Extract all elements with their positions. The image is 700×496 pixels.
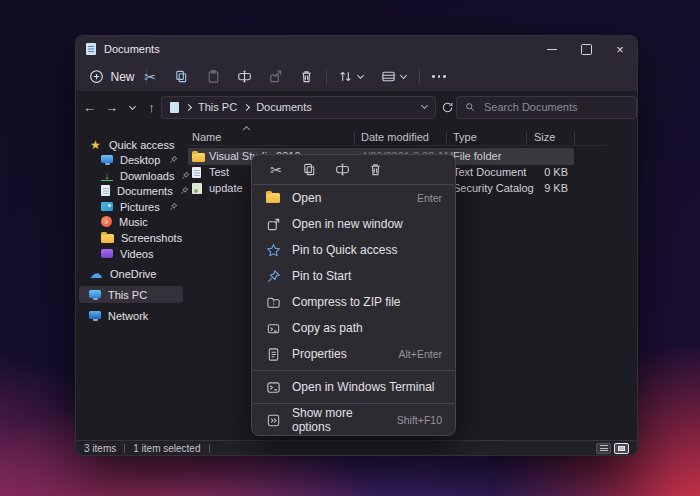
zip-folder-icon <box>266 295 281 310</box>
status-divider <box>209 444 210 453</box>
trash-icon <box>299 69 314 84</box>
maximize-button[interactable] <box>569 36 603 62</box>
sidebar-item-label: Quick access <box>109 139 174 151</box>
menu-shortcut: Alt+Enter <box>399 348 442 360</box>
copy-button[interactable] <box>298 159 320 181</box>
column-divider[interactable] <box>446 132 447 146</box>
status-bar: 3 items 1 item selected <box>76 440 637 455</box>
rename-button[interactable] <box>331 159 353 181</box>
close-button[interactable]: × <box>603 36 637 62</box>
column-header-name[interactable]: Name <box>192 131 221 143</box>
sidebar-item-documents[interactable]: Documents <box>79 182 183 199</box>
menu-item-copy-as-path[interactable]: Copy as path <box>252 315 455 341</box>
menu-item-properties[interactable]: Properties Alt+Enter <box>252 341 455 367</box>
copy-button[interactable] <box>167 65 195 88</box>
share-button[interactable] <box>261 65 289 88</box>
sidebar-item-network[interactable]: Network <box>79 307 183 324</box>
rename-icon <box>335 162 350 177</box>
refresh-button[interactable] <box>438 98 457 117</box>
sidebar-item-onedrive[interactable]: ☁ OneDrive <box>79 265 183 282</box>
breadcrumb-chevron-icon <box>185 103 192 110</box>
sidebar-item-label: Pictures <box>120 201 160 213</box>
navigation-pane: ★ Quick access Desktop ↓ Downloads Docum… <box>76 124 186 440</box>
menu-item-label: Open in Windows Terminal <box>292 380 435 394</box>
menu-item-open-in-windows-terminal[interactable]: Open in Windows Terminal <box>252 374 455 400</box>
cut-button[interactable]: ✂ <box>136 65 164 88</box>
recent-locations-button[interactable] <box>123 98 142 117</box>
address-row: ← → ↑ This PC Documents <box>76 91 637 124</box>
menu-item-compress-to-zip[interactable]: Compress to ZIP file <box>252 289 455 315</box>
sidebar-item-music[interactable]: ♪ Music <box>79 213 183 230</box>
file-size: 0 KB <box>516 166 568 178</box>
sidebar-item-label: This PC <box>108 289 147 301</box>
minimize-icon <box>547 49 557 50</box>
column-divider[interactable] <box>526 132 527 146</box>
file-size: 9 KB <box>516 182 568 194</box>
paste-icon <box>206 69 221 84</box>
paste-button[interactable] <box>199 65 227 88</box>
details-view-button[interactable] <box>596 443 611 454</box>
refresh-icon <box>441 101 454 114</box>
column-divider[interactable] <box>354 132 355 146</box>
sidebar-item-videos[interactable]: Videos <box>79 245 183 262</box>
menu-item-pin-to-quick-access[interactable]: Pin to Quick access <box>252 237 455 263</box>
menu-item-show-more-options[interactable]: Show more options Shift+F10 <box>252 407 455 433</box>
breadcrumb-chevron-icon <box>243 103 250 110</box>
menu-item-open-in-new-window[interactable]: Open in new window <box>252 211 455 237</box>
sidebar-item-label: Screenshots <box>121 232 182 244</box>
folder-icon <box>192 153 205 162</box>
breadcrumb-documents[interactable]: Documents <box>256 101 312 113</box>
column-divider[interactable] <box>574 132 575 146</box>
close-icon: × <box>616 43 624 56</box>
music-icon: ♪ <box>101 216 112 227</box>
sidebar-item-label: Documents <box>117 185 173 197</box>
network-icon <box>89 311 101 319</box>
more-options-button[interactable] <box>426 65 452 88</box>
menu-item-open[interactable]: Open Enter <box>252 185 455 211</box>
selection-count: 1 item selected <box>133 443 200 454</box>
column-header-date-modified[interactable]: Date modified <box>361 131 429 143</box>
sidebar-item-label: Music <box>119 216 148 228</box>
folder-open-icon <box>266 193 280 203</box>
menu-item-label: Open in new window <box>292 217 403 231</box>
sidebar-item-screenshots[interactable]: Screenshots <box>79 229 183 246</box>
menu-item-label: Compress to ZIP file <box>292 295 400 309</box>
minimize-button[interactable] <box>535 36 569 62</box>
delete-button[interactable] <box>292 65 320 88</box>
search-input[interactable] <box>482 100 628 114</box>
address-bar[interactable]: This PC Documents <box>161 96 436 119</box>
file-name[interactable]: update <box>209 182 243 194</box>
document-window-icon <box>86 43 96 55</box>
sidebar-item-label: Downloads <box>120 170 174 182</box>
properties-icon <box>266 347 281 362</box>
pin-icon <box>169 155 178 164</box>
search-box[interactable] <box>456 96 637 119</box>
breadcrumb-this-pc[interactable]: This PC <box>198 101 237 113</box>
file-type: File folder <box>453 150 501 162</box>
column-header-type[interactable]: Type <box>453 131 477 143</box>
sidebar-item-desktop[interactable]: Desktop <box>79 151 183 168</box>
view-button[interactable] <box>373 65 413 88</box>
sidebar-item-this-pc[interactable]: This PC <box>79 286 183 303</box>
rename-button[interactable] <box>230 65 258 88</box>
toolbar-separator <box>326 69 327 84</box>
delete-button[interactable] <box>364 159 386 181</box>
sidebar-item-label: Network <box>108 310 148 322</box>
cut-button[interactable]: ✂ <box>265 159 287 181</box>
sort-button[interactable] <box>331 65 369 88</box>
file-name[interactable]: Test <box>209 166 229 178</box>
back-button[interactable]: ← <box>80 98 99 117</box>
chevron-down-icon <box>356 71 363 78</box>
menu-item-pin-to-start[interactable]: Pin to Start <box>252 263 455 289</box>
up-button[interactable]: ↑ <box>142 98 161 117</box>
large-icons-view-button[interactable] <box>614 443 629 454</box>
menu-item-label: Open <box>292 191 321 205</box>
column-header-size[interactable]: Size <box>534 131 555 143</box>
title-bar[interactable]: Documents × <box>76 36 637 62</box>
column-headers: Name Date modified Type Size <box>186 129 636 146</box>
new-button[interactable]: New <box>84 65 140 88</box>
forward-button[interactable]: → <box>102 98 121 117</box>
address-dropdown-icon[interactable] <box>421 102 428 109</box>
star-icon: ★ <box>89 138 102 152</box>
file-explorer-window: Documents × New ✂ <box>75 35 638 456</box>
